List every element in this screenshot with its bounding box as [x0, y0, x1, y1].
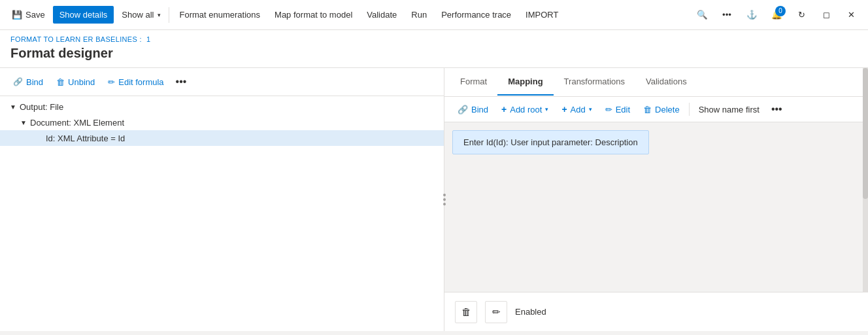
show-name-first-label: Show name first	[699, 105, 760, 115]
add-plus-icon: +	[561, 104, 567, 115]
toolbar-sep-1	[169, 7, 169, 23]
right-sub-toolbar: 🔗 Bind + Add root ▾ + Add ▾ ✏ Edit 🗑 Del…	[444, 97, 868, 122]
save-icon: 💾	[12, 10, 22, 20]
tree-toggle-document[interactable]: ▼	[18, 117, 29, 128]
bottom-pencil-icon: ✏	[492, 306, 501, 318]
map-format-button[interactable]: Map format to model	[268, 6, 359, 24]
edit-button[interactable]: ✏ Edit	[600, 101, 635, 118]
edit-pencil-icon: ✏	[605, 105, 612, 115]
tree-toggle-id	[34, 133, 44, 143]
more-icon: •••	[722, 10, 731, 20]
tab-transformations[interactable]: Transformations	[554, 69, 635, 96]
search-button[interactable]: 🔍	[690, 3, 714, 27]
bottom-panel: 🗑 ✏ Enabled	[444, 292, 868, 331]
format-enumerations-label: Format enumerations	[180, 10, 261, 20]
map-format-label: Map format to model	[275, 10, 352, 20]
import-button[interactable]: IMPORT	[519, 6, 565, 24]
right-sub-sep	[689, 103, 690, 116]
breadcrumb: FORMAT TO LEARN ER BASELINES : 1	[10, 35, 858, 43]
delete-trash-icon: 🗑	[643, 105, 652, 115]
tree-item-id[interactable]: Id: XML Attribute = Id	[0, 130, 444, 146]
main-toolbar: 💾 Save Show details Show all ▾ Format en…	[0, 0, 868, 30]
tree-item-document[interactable]: ▼ Document: XML Element	[0, 115, 444, 130]
refresh-button[interactable]: ↻	[790, 3, 813, 27]
left-more-button[interactable]: •••	[172, 73, 191, 90]
validate-button[interactable]: Validate	[360, 6, 403, 24]
add-root-arrow-icon: ▾	[545, 106, 548, 113]
show-all-label: Show all	[122, 10, 154, 20]
tab-mapping[interactable]: Mapping	[497, 69, 553, 96]
run-button[interactable]: Run	[405, 6, 433, 24]
tree-toggle-output[interactable]: ▼	[8, 101, 18, 112]
delete-button[interactable]: 🗑 Delete	[638, 101, 685, 118]
edit-label: Edit	[616, 105, 630, 115]
run-label: Run	[411, 10, 427, 20]
refresh-icon: ↻	[798, 10, 805, 20]
right-tabs: Format Mapping Transformations Validatio…	[444, 68, 868, 97]
edit-formula-label: Edit formula	[118, 77, 163, 87]
show-all-button[interactable]: Show all ▾	[115, 6, 164, 24]
link-icon: 🔗	[13, 77, 23, 86]
breadcrumb-num: 1	[146, 35, 150, 43]
right-bind-button[interactable]: 🔗 Bind	[452, 101, 493, 118]
tree-item-output[interactable]: ▼ Output: File	[0, 99, 444, 115]
performance-trace-label: Performance trace	[441, 10, 511, 20]
save-label: Save	[25, 10, 45, 20]
add-root-label: Add root	[510, 105, 542, 115]
breadcrumb-text: FORMAT TO LEARN ER BASELINES :	[10, 35, 142, 43]
validate-label: Validate	[367, 10, 397, 20]
show-name-first-button[interactable]: Show name first	[693, 101, 765, 118]
bottom-edit-button[interactable]: ✏	[485, 301, 507, 323]
show-details-button[interactable]: Show details	[53, 6, 114, 24]
import-label: IMPORT	[526, 10, 558, 20]
right-scrollbar[interactable]	[863, 68, 868, 292]
search-icon: 🔍	[697, 10, 708, 20]
right-scrollbar-thumb[interactable]	[863, 68, 868, 199]
restore-button[interactable]: ◻	[814, 3, 838, 27]
tree-area[interactable]: ▼ Output: File ▼ Document: XML Element I…	[0, 96, 444, 331]
mapping-text: Enter Id(Id): User input parameter: Desc…	[463, 137, 638, 147]
drag-dot-1	[443, 194, 446, 196]
settings-button[interactable]: ⚓	[740, 3, 763, 27]
bind-button[interactable]: 🔗 Bind	[8, 74, 48, 90]
mapping-card: Enter Id(Id): User input parameter: Desc…	[452, 130, 649, 154]
tab-format[interactable]: Format	[450, 69, 497, 96]
drag-dot-2	[443, 198, 446, 201]
notifications-button[interactable]: 🔔 0	[765, 3, 788, 27]
tab-mapping-label: Mapping	[508, 77, 542, 86]
format-enumerations-button[interactable]: Format enumerations	[173, 6, 267, 24]
more-options-button[interactable]: •••	[715, 3, 739, 27]
bottom-trash-icon: 🗑	[461, 306, 471, 317]
delete-label: Delete	[655, 105, 680, 115]
bind-label: Bind	[26, 77, 43, 87]
tab-validations[interactable]: Validations	[635, 69, 697, 96]
save-button[interactable]: 💾 Save	[5, 6, 52, 24]
performance-trace-button[interactable]: Performance trace	[435, 6, 518, 24]
page-title: Format designer	[10, 46, 858, 61]
main-layout: 🔗 Bind 🗑 Unbind ✏ Edit formula ••• ▼ Out…	[0, 68, 868, 331]
right-more-button[interactable]: •••	[767, 102, 786, 116]
add-root-plus-icon: +	[501, 104, 507, 115]
add-root-button[interactable]: + Add root ▾	[496, 101, 554, 118]
close-button[interactable]: ✕	[839, 3, 863, 27]
gear-icon: ⚓	[746, 10, 758, 20]
panel-resize-handle[interactable]	[443, 194, 446, 205]
drag-dot-3	[443, 203, 446, 205]
trash-icon: 🗑	[56, 77, 65, 87]
show-all-arrow-icon: ▾	[158, 12, 161, 18]
left-toolbar: 🔗 Bind 🗑 Unbind ✏ Edit formula •••	[0, 68, 444, 96]
pencil-icon: ✏	[108, 77, 115, 87]
tab-transformations-label: Transformations	[564, 77, 625, 86]
unbind-button[interactable]: 🗑 Unbind	[51, 74, 100, 90]
unbind-label: Unbind	[68, 77, 95, 87]
show-details-label: Show details	[59, 10, 108, 20]
edit-formula-button[interactable]: ✏ Edit formula	[103, 74, 169, 90]
right-bind-label: Bind	[471, 105, 488, 115]
right-link-icon: 🔗	[458, 105, 468, 115]
tree-label-document: Document: XML Element	[30, 118, 124, 128]
tree-label-output: Output: File	[20, 102, 63, 112]
status-text: Enabled	[515, 307, 546, 317]
add-label: Add	[571, 105, 586, 115]
bottom-delete-button[interactable]: 🗑	[455, 301, 477, 323]
add-button[interactable]: + Add ▾	[556, 101, 597, 118]
